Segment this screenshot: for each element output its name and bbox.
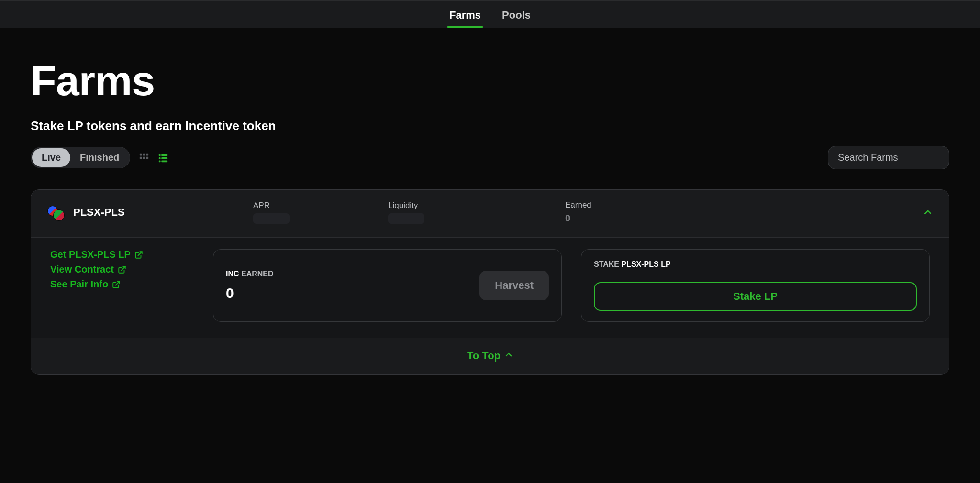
earned-box-label: INC EARNED: [226, 270, 274, 278]
external-link-icon: [118, 265, 126, 274]
stake-prefix: STAKE: [594, 260, 619, 268]
top-nav: Farms Pools: [0, 0, 980, 28]
apr-skeleton: [253, 213, 290, 224]
to-top-label: To Top: [467, 350, 501, 362]
metric-earned-label: Earned: [565, 200, 913, 210]
link-see-pair[interactable]: See Pair Info: [50, 279, 194, 290]
link-view-contract-label: View Contract: [50, 264, 114, 275]
stake-lp-name: PLSX-PLS LP: [622, 260, 671, 268]
farm-links: Get PLSX-PLS LP View Contract See Pair I…: [50, 249, 194, 322]
link-get-lp[interactable]: Get PLSX-PLS LP: [50, 249, 194, 260]
to-top-button[interactable]: To Top: [31, 338, 949, 374]
stake-box-label: STAKE PLSX-PLS LP: [594, 260, 671, 269]
page-subtitle: Stake LP tokens and earn Incentive token: [31, 119, 949, 133]
earned-box: INC EARNED 0 Harvest: [213, 249, 562, 322]
metric-earned: Earned 0: [565, 200, 913, 224]
svg-rect-8: [159, 157, 161, 159]
link-view-contract[interactable]: View Contract: [50, 264, 194, 275]
external-link-icon: [112, 280, 121, 289]
grid-view-icon[interactable]: [139, 153, 149, 163]
svg-rect-4: [143, 156, 145, 159]
page-title: Farms: [31, 56, 949, 105]
chevron-up-icon: [504, 350, 513, 362]
metric-apr-label: APR: [253, 201, 388, 210]
pill-live[interactable]: Live: [32, 148, 70, 167]
list-view-icon[interactable]: [158, 153, 168, 163]
link-see-pair-label: See Pair Info: [50, 279, 108, 290]
status-toggle: Live Finished: [31, 147, 130, 168]
collapse-toggle[interactable]: [913, 208, 933, 217]
view-toggle: [139, 153, 168, 163]
search-wrapper: [828, 146, 949, 169]
svg-rect-9: [162, 157, 168, 159]
harvest-button[interactable]: Harvest: [479, 271, 549, 300]
farm-card: PLSX-PLS APR Liquidity Earned 0: [31, 189, 949, 375]
metric-liquidity: Liquidity: [388, 201, 565, 224]
pill-finished[interactable]: Finished: [70, 148, 129, 167]
earned-box-left: INC EARNED 0: [226, 270, 274, 301]
stake-lp-button[interactable]: Stake LP: [594, 282, 917, 311]
stake-box: STAKE PLSX-PLS LP Stake LP: [581, 249, 930, 322]
controls-left: Live Finished: [31, 147, 168, 168]
earned-value: 0: [226, 285, 274, 301]
svg-line-14: [116, 281, 120, 285]
svg-rect-2: [146, 153, 149, 155]
tab-pools[interactable]: Pools: [500, 2, 533, 26]
svg-rect-6: [159, 154, 161, 156]
tab-farms[interactable]: Farms: [447, 2, 483, 26]
farm-name-cell: PLSX-PLS: [47, 205, 253, 220]
link-get-lp-label: Get PLSX-PLS LP: [50, 249, 131, 260]
svg-rect-11: [162, 160, 168, 162]
earned-token: INC: [226, 270, 239, 278]
page-content: Farms Stake LP tokens and earn Incentive…: [0, 28, 980, 394]
pair-token-icon: [47, 205, 67, 220]
metric-apr: APR: [253, 201, 388, 224]
svg-rect-5: [146, 156, 149, 159]
svg-line-13: [122, 266, 125, 270]
chevron-up-icon: [923, 208, 933, 217]
search-input[interactable]: [838, 152, 939, 163]
svg-rect-7: [162, 154, 168, 156]
svg-rect-0: [140, 153, 142, 155]
farm-pair-name: PLSX-PLS: [73, 206, 125, 219]
svg-line-12: [138, 252, 142, 255]
svg-rect-3: [140, 156, 142, 159]
farm-details: Get PLSX-PLS LP View Contract See Pair I…: [31, 238, 949, 338]
svg-rect-10: [159, 160, 161, 162]
metric-liquidity-label: Liquidity: [388, 201, 565, 210]
metric-earned-value: 0: [565, 213, 913, 224]
earned-label: EARNED: [241, 270, 274, 278]
controls-row: Live Finished: [31, 146, 949, 169]
svg-rect-1: [143, 153, 145, 155]
external-link-icon: [134, 251, 143, 259]
farm-row-header[interactable]: PLSX-PLS APR Liquidity Earned 0: [31, 190, 949, 238]
liquidity-skeleton: [388, 213, 424, 224]
